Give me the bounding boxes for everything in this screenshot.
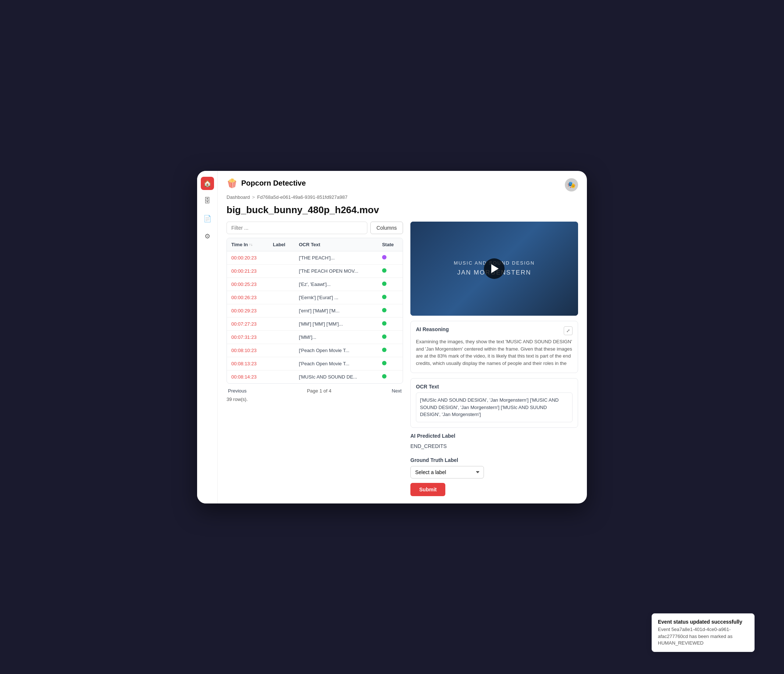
table-row[interactable]: 00:08:14:23 ['MUSIc AND SOUND DE... <box>227 370 403 383</box>
time-link[interactable]: 00:07:31:23 <box>231 334 257 340</box>
cell-state <box>378 304 403 317</box>
cell-ocr: ['Ez', 'Eaawt']... <box>294 278 378 291</box>
brand-icon: 🍿 <box>227 178 238 188</box>
time-link[interactable]: 00:00:20:23 <box>231 255 257 261</box>
cell-time[interactable]: 00:08:14:23 <box>227 370 268 383</box>
status-dot <box>382 361 386 365</box>
col-ocr-text: OCR Text <box>294 238 378 252</box>
table-row[interactable]: 00:07:27:23 ['MM'] ['MM'] ['MM']... <box>227 317 403 331</box>
status-dot <box>382 374 386 379</box>
ocr-section: OCR Text ['MUSIc AND SOUND DESIGN', 'Jan… <box>411 378 578 428</box>
avatar[interactable]: 🎭 <box>565 178 578 191</box>
breadcrumb-current: Fd768a5d-e061-49a6-9391-851fd927a987 <box>257 194 347 200</box>
toast-title: Event status updated successfully <box>658 619 748 625</box>
ground-truth-select[interactable]: Select a labelEND_CREDITSOPENINGSCENETIT… <box>411 466 484 478</box>
ai-reasoning-title: AI Reasoning <box>416 326 449 332</box>
brand: 🍿 Popcorn Detective <box>227 178 306 188</box>
status-dot <box>382 334 386 339</box>
sort-icon: ↑↓ <box>249 242 253 247</box>
table-row[interactable]: 00:00:20:23 ['THE PEACH']... <box>227 251 403 264</box>
time-link[interactable]: 00:00:29:23 <box>231 308 257 314</box>
table-row[interactable]: 00:00:21:23 ['ThE PEACH OPEN MOV... <box>227 264 403 278</box>
table-header-row: Time In ↑↓ Label OCR Text State <box>227 238 403 252</box>
sidebar: 🏠 🗄 📄 ⚙ <box>197 171 218 503</box>
toast-notification: Event status updated successfully Event … <box>652 613 754 652</box>
play-button[interactable] <box>484 258 504 279</box>
cell-time[interactable]: 00:08:10:23 <box>227 343 268 357</box>
expand-button[interactable]: ⤢ <box>564 326 572 335</box>
cell-label <box>268 264 294 278</box>
cell-state <box>378 317 403 331</box>
cell-time[interactable]: 00:00:21:23 <box>227 264 268 278</box>
time-link[interactable]: 00:00:26:23 <box>231 295 257 300</box>
predicted-label-value: END_CREDITS <box>411 442 578 452</box>
cell-time[interactable]: 00:07:27:23 <box>227 317 268 331</box>
cell-label <box>268 331 294 343</box>
status-dot <box>382 255 386 259</box>
header: 🍿 Popcorn Detective 🎭 <box>227 178 578 191</box>
next-button[interactable]: Next <box>392 388 401 394</box>
col-time-in: Time In ↑↓ <box>227 238 268 252</box>
video-player[interactable]: MUSIC AND SOUND DESIGN Jan Morgenstern <box>411 222 578 316</box>
sidebar-item-document[interactable]: 📄 <box>201 212 214 225</box>
predicted-label-title: AI Predicted Label <box>411 433 578 439</box>
status-dot <box>382 281 386 286</box>
sidebar-item-database[interactable]: 🗄 <box>201 194 214 208</box>
ocr-text-box: ['MUSIc AND SOUND DESIGN', 'Jan Morgenst… <box>416 393 572 422</box>
time-link[interactable]: 00:07:27:23 <box>231 321 257 327</box>
table-row[interactable]: 00:00:29:23 ['ernt'] ['MaM'] ['M... <box>227 304 403 317</box>
cell-ocr: ['MM'] ['MM'] ['MM']... <box>294 317 378 331</box>
main-content: 🍿 Popcorn Detective 🎭 Dashboard > Fd768a… <box>218 171 587 503</box>
cell-time[interactable]: 00:00:26:23 <box>227 291 268 304</box>
filter-input[interactable] <box>227 222 367 234</box>
page-title: big_buck_bunny_480p_h264.mov <box>227 204 578 216</box>
cell-state <box>378 331 403 343</box>
cell-state <box>378 343 403 357</box>
time-link[interactable]: 00:08:13:23 <box>231 361 257 367</box>
cell-ocr: ['ThE PEACH OPEN MOV... <box>294 264 378 278</box>
submit-button[interactable]: Submit <box>411 483 445 496</box>
cell-time[interactable]: 00:08:13:23 <box>227 357 268 370</box>
status-dot <box>382 348 386 352</box>
video-background: MUSIC AND SOUND DESIGN Jan Morgenstern <box>411 222 578 316</box>
cell-state <box>378 264 403 278</box>
brand-name: Popcorn Detective <box>241 179 306 188</box>
cell-label <box>268 370 294 383</box>
cell-state <box>378 278 403 291</box>
cell-label <box>268 291 294 304</box>
sidebar-item-home[interactable]: 🏠 <box>201 177 214 190</box>
time-link[interactable]: 00:08:14:23 <box>231 374 257 380</box>
table-row[interactable]: 00:08:13:23 ['Peach Open Movie T... <box>227 357 403 370</box>
time-link[interactable]: 00:00:21:23 <box>231 268 257 274</box>
filter-bar: Columns <box>227 222 403 234</box>
cell-state <box>378 291 403 304</box>
cell-time[interactable]: 00:00:25:23 <box>227 278 268 291</box>
time-link[interactable]: 00:08:10:23 <box>231 348 257 353</box>
sidebar-item-settings[interactable]: ⚙ <box>201 230 214 243</box>
cell-label <box>268 343 294 357</box>
predicted-label-section: AI Predicted Label END_CREDITS <box>411 433 578 452</box>
cell-time[interactable]: 00:00:20:23 <box>227 251 268 264</box>
breadcrumb: Dashboard > Fd768a5d-e061-49a6-9391-851f… <box>227 194 578 200</box>
breadcrumb-separator: > <box>252 194 255 200</box>
col-label: Label <box>268 238 294 252</box>
table-body: 00:00:20:23 ['THE PEACH']... 00:00:21:23… <box>227 251 403 383</box>
status-dot <box>382 321 386 326</box>
table-row[interactable]: 00:08:10:23 ['Peach Open Movie T... <box>227 343 403 357</box>
content-area: Columns Time In ↑↓ Label <box>227 222 578 496</box>
time-link[interactable]: 00:00:25:23 <box>231 281 257 287</box>
cell-state <box>378 251 403 264</box>
previous-button[interactable]: Previous <box>228 388 247 394</box>
col-state: State <box>378 238 403 252</box>
ai-reasoning-section: AI Reasoning ⤢ Examining the images, the… <box>411 321 578 373</box>
breadcrumb-home[interactable]: Dashboard <box>227 194 250 200</box>
pagination-bar: Previous Page 1 of 4 Next <box>227 384 403 395</box>
table-row[interactable]: 00:00:26:23 ['Eernk'] ['Eurat'] ... <box>227 291 403 304</box>
table-row[interactable]: 00:00:25:23 ['Ez', 'Eaawt']... <box>227 278 403 291</box>
status-dot <box>382 268 386 273</box>
cell-time[interactable]: 00:00:29:23 <box>227 304 268 317</box>
columns-button[interactable]: Columns <box>370 222 403 234</box>
cell-time[interactable]: 00:07:31:23 <box>227 331 268 343</box>
table-row[interactable]: 00:07:31:23 ['MMl']... <box>227 331 403 343</box>
cell-label <box>268 278 294 291</box>
